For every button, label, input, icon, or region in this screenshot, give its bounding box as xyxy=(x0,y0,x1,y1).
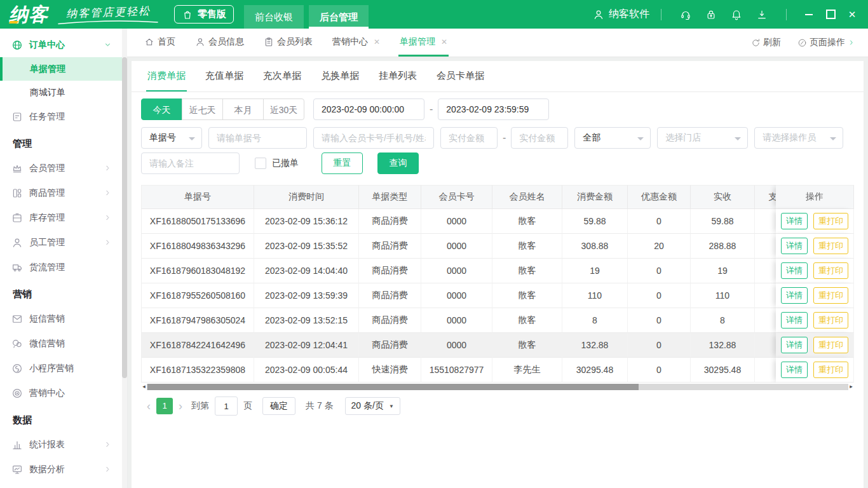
chevron-right-icon xyxy=(104,189,112,197)
quick-date-button[interactable]: 今天 xyxy=(141,98,182,120)
store-select[interactable]: 选择门店 xyxy=(657,127,748,149)
detail-button[interactable]: 详情 xyxy=(781,287,808,304)
search-button[interactable]: 查询 xyxy=(377,152,419,174)
quick-date-button[interactable]: 近七天 xyxy=(182,98,223,120)
page-actions-button[interactable]: 页面操作 xyxy=(797,37,855,48)
content-tab[interactable]: 充次单据 xyxy=(262,61,302,92)
clipboard-icon xyxy=(264,37,274,47)
sidebar-scrollbar[interactable] xyxy=(122,29,127,488)
sidebar-item-grid[interactable]: 商品管理 xyxy=(0,180,127,205)
paid-max-input[interactable] xyxy=(511,127,568,149)
close-button[interactable]: ✕ xyxy=(841,5,863,24)
sidebar-item-wechat[interactable]: 微信营销 xyxy=(0,331,127,356)
reprint-button[interactable]: 重打印 xyxy=(813,213,848,229)
bell-icon[interactable] xyxy=(731,9,742,20)
detail-button[interactable]: 详情 xyxy=(781,337,808,353)
confirm-page-button[interactable]: 确定 xyxy=(262,397,295,415)
reset-button[interactable]: 重置 xyxy=(322,152,363,174)
refresh-button[interactable]: 刷新 xyxy=(751,37,781,48)
close-tab-icon[interactable]: ✕ xyxy=(441,37,447,46)
status-select[interactable]: 全部 xyxy=(574,127,651,149)
column-header: 操作 xyxy=(776,185,854,209)
scrollbar-thumb[interactable] xyxy=(147,384,639,390)
doc-type-select[interactable]: 单据号 xyxy=(141,127,202,149)
globe-icon xyxy=(11,39,23,51)
detail-button[interactable]: 详情 xyxy=(781,312,808,329)
headset-icon[interactable] xyxy=(680,9,691,20)
window-tab[interactable]: 会员列表 xyxy=(262,29,314,57)
download-icon[interactable] xyxy=(756,9,768,20)
sidebar-item-miniapp[interactable]: 小程序营销 xyxy=(0,356,127,381)
table-row[interactable]: XF161878422416424962023-02-09 12:04:41商品… xyxy=(141,333,854,358)
window-tab[interactable]: 单据管理✕ xyxy=(398,29,449,57)
reprint-button[interactable]: 重打印 xyxy=(813,238,848,254)
table-row[interactable]: XF161879601830481922023-02-09 14:04:40商品… xyxy=(141,259,854,283)
remark-input[interactable] xyxy=(141,152,240,174)
sidebar-item-person[interactable]: 员工管理 xyxy=(0,230,127,255)
page-size-select[interactable]: 20 条/页 ▼ xyxy=(345,397,400,415)
detail-button[interactable]: 详情 xyxy=(781,362,808,378)
mode-tab[interactable]: 前台收银 xyxy=(244,5,304,29)
scroll-right-arrow[interactable]: ▸ xyxy=(848,383,854,390)
close-tab-icon[interactable]: ✕ xyxy=(374,37,380,46)
sidebar-item-target[interactable]: 营销中心 xyxy=(0,381,127,405)
lock-icon[interactable] xyxy=(705,9,717,20)
barchart-icon xyxy=(11,439,23,451)
content-tab[interactable]: 充值单据 xyxy=(204,61,245,92)
sidebar-item-truck[interactable]: 货流管理 xyxy=(0,255,127,280)
reprint-button[interactable]: 重打印 xyxy=(813,312,848,329)
reprint-button[interactable]: 重打印 xyxy=(813,287,848,304)
sidebar-item-tasks[interactable]: 任务管理 xyxy=(0,104,127,129)
sidebar-subitem[interactable]: 单据管理 xyxy=(0,57,127,81)
content-tab[interactable]: 会员卡单据 xyxy=(435,61,485,92)
window-tab[interactable]: 会员信息 xyxy=(194,29,245,57)
sidebar-item-monitor[interactable]: 数据分析 xyxy=(0,457,127,482)
member-search-input[interactable] xyxy=(313,127,434,149)
table-row[interactable]: XF161879552605081602023-02-09 13:59:39商品… xyxy=(141,283,854,308)
table-cell: 0 xyxy=(628,358,691,383)
scrollbar-track[interactable] xyxy=(147,384,848,390)
orders-table: 单据号消费时间单据类型会员卡号会员姓名消费金额优惠金额实收支付方式操作 XF16… xyxy=(141,185,854,383)
revoked-checkbox[interactable] xyxy=(255,158,266,169)
sidebar-scrollbar-thumb[interactable] xyxy=(122,57,127,378)
content-tab[interactable]: 消费单据 xyxy=(146,61,187,92)
window-tab-label: 首页 xyxy=(158,36,175,48)
content-tab[interactable]: 挂单列表 xyxy=(377,61,418,92)
page-1-button[interactable]: 1 xyxy=(156,398,173,414)
sidebar-item-globe[interactable]: 订单中心 xyxy=(0,32,127,57)
reprint-button[interactable]: 重打印 xyxy=(813,362,848,378)
window-tab[interactable]: 营销中心✕ xyxy=(331,29,381,57)
prev-page-button[interactable]: ‹ xyxy=(147,398,151,414)
table-row[interactable]: XF161880498363432962023-02-09 15:35:52商品… xyxy=(141,234,854,259)
date-to-input[interactable] xyxy=(438,98,549,120)
detail-button[interactable]: 详情 xyxy=(781,262,808,279)
table-row[interactable]: XF161880501751336962023-02-09 15:36:12商品… xyxy=(141,209,854,234)
doc-no-input[interactable] xyxy=(208,127,307,149)
next-page-button[interactable]: › xyxy=(179,398,182,414)
sidebar-item-mail[interactable]: 短信营销 xyxy=(0,306,127,331)
table-row[interactable]: XF161871353223598082023-02-09 00:05:44快速… xyxy=(141,358,854,383)
sidebar-item-box[interactable]: 库存管理 xyxy=(0,205,127,230)
account-button[interactable]: 纳客软件 xyxy=(593,8,649,21)
quick-date-button[interactable]: 本月 xyxy=(222,98,264,120)
reprint-button[interactable]: 重打印 xyxy=(813,262,848,279)
table-header-row: 单据号消费时间单据类型会员卡号会员姓名消费金额优惠金额实收支付方式操作 xyxy=(141,185,854,209)
table-row[interactable]: XF161879479863050242023-02-09 13:52:15商品… xyxy=(141,308,854,333)
paid-min-input[interactable] xyxy=(440,127,498,149)
minimize-button[interactable] xyxy=(798,5,820,24)
operator-select[interactable]: 请选择操作员 xyxy=(754,127,843,149)
detail-button[interactable]: 详情 xyxy=(781,238,808,254)
reprint-button[interactable]: 重打印 xyxy=(813,337,848,353)
window-tab[interactable]: 首页 xyxy=(143,29,177,57)
detail-button[interactable]: 详情 xyxy=(781,213,808,229)
goto-page-input[interactable] xyxy=(215,396,238,416)
sidebar-item-barchart[interactable]: 统计报表 xyxy=(0,432,127,457)
maximize-button[interactable] xyxy=(820,5,841,24)
sidebar-subitem[interactable]: 商城订单 xyxy=(0,81,127,104)
content-tab[interactable]: 兑换单据 xyxy=(320,61,360,92)
mode-tab[interactable]: 后台管理 xyxy=(309,5,369,29)
scroll-left-arrow[interactable]: ◂ xyxy=(141,383,147,390)
date-from-input[interactable] xyxy=(313,98,424,120)
sidebar-item-crown[interactable]: 会员管理 xyxy=(0,156,127,180)
quick-date-button[interactable]: 近30天 xyxy=(263,98,304,120)
